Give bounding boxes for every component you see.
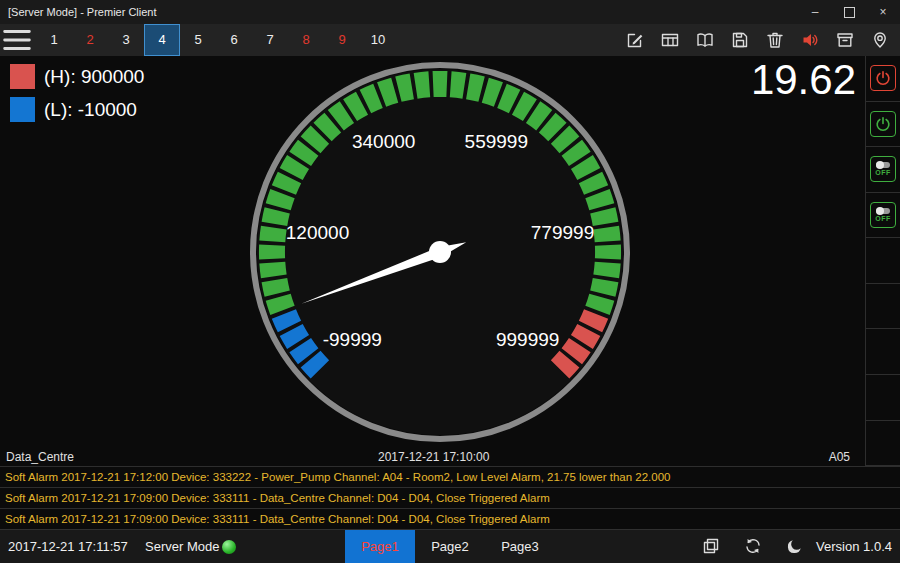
legend-high-row: (H): 900000	[10, 64, 144, 89]
mode-label: Server Mode	[145, 530, 219, 563]
location-icon[interactable]	[870, 30, 890, 50]
menu-button[interactable]	[0, 24, 34, 56]
toggle-switch-icon	[876, 162, 890, 168]
toolbar-tab-5[interactable]: 5	[180, 24, 216, 56]
toggle-button-1[interactable]: OFF	[870, 156, 896, 182]
current-time: 2017-12-21 17:11:57	[8, 530, 128, 563]
toolbar-icons	[625, 30, 900, 50]
gauge-hub	[429, 241, 451, 263]
gauge-scale-label: 120000	[286, 222, 349, 243]
gauge-panel: -99999120000340000559999779999999999 (H)…	[0, 56, 864, 466]
toolbar-tab-1[interactable]: 1	[36, 24, 72, 56]
sidebar-cell-8	[866, 375, 900, 421]
save-icon[interactable]	[730, 30, 750, 50]
sidebar-cell-7	[866, 329, 900, 375]
hamburger-icon	[0, 23, 34, 57]
status-bar: 2017-12-21 17:11:57 Server Mode Page1Pag…	[0, 529, 900, 563]
power-icon	[874, 69, 892, 87]
toggle-button-2[interactable]: OFF	[870, 202, 896, 228]
alarm-list: Soft Alarm 2017-12-21 17:12:00 Device: 3…	[0, 466, 900, 529]
toolbar-tab-4[interactable]: 4	[144, 24, 180, 56]
toolbar-tab-10[interactable]: 10	[360, 24, 396, 56]
low-limit-label: (L): -10000	[44, 99, 137, 121]
page-tab-page2[interactable]: Page2	[415, 530, 485, 563]
toolbar-tab-2[interactable]: 2	[72, 24, 108, 56]
page-tab-page3[interactable]: Page3	[485, 530, 555, 563]
statusbar-icons	[701, 536, 805, 556]
toolbar: 12345678910	[0, 24, 900, 56]
power-on-button[interactable]	[870, 111, 896, 137]
window-title: [Server Mode] - Premier Client	[0, 6, 798, 18]
archive-icon[interactable]	[835, 30, 855, 50]
power-off-button[interactable]	[870, 65, 896, 91]
speaker-icon[interactable]	[800, 30, 820, 50]
main-area: -99999120000340000559999779999999999 (H)…	[0, 56, 900, 466]
table-icon[interactable]	[660, 30, 680, 50]
legend-low-row: (L): -10000	[10, 97, 144, 122]
close-button[interactable]: ×	[866, 0, 900, 24]
alarm-row-2[interactable]: Soft Alarm 2017-12-21 17:09:00 Device: 3…	[0, 487, 900, 508]
version-label: Version 1.0.4	[816, 530, 892, 563]
page-tab-page1[interactable]: Page1	[345, 530, 415, 563]
connection-indicator	[222, 540, 236, 554]
maximize-button[interactable]	[832, 0, 866, 24]
gauge-scale-label: 779999	[531, 222, 594, 243]
toolbar-tab-6[interactable]: 6	[216, 24, 252, 56]
toggle-switch-icon	[876, 208, 890, 214]
sidebar-cell-2	[866, 102, 900, 148]
sidebar-cell-6	[866, 284, 900, 330]
edit-icon[interactable]	[625, 30, 645, 50]
alarm-row-3[interactable]: Soft Alarm 2017-12-21 17:09:00 Device: 3…	[0, 508, 900, 529]
layout-icon[interactable]	[701, 536, 721, 556]
alarm-row-1[interactable]: Soft Alarm 2017-12-21 17:12:00 Device: 3…	[0, 466, 900, 487]
toolbar-tabs: 12345678910	[36, 24, 396, 56]
gauge-scale-label: 999999	[496, 329, 559, 350]
sidebar-cell-4: OFF	[866, 193, 900, 239]
gauge-scale-label: -99999	[323, 329, 382, 350]
toolbar-tab-3[interactable]: 3	[108, 24, 144, 56]
reading-timestamp: 2017-12-21 17:10:00	[378, 450, 489, 464]
control-sidebar: OFFOFF	[865, 56, 900, 466]
gauge-scale-label: 559999	[465, 131, 528, 152]
toolbar-tab-8[interactable]: 8	[288, 24, 324, 56]
high-limit-swatch	[10, 64, 35, 89]
premier-client-window: [Server Mode] - Premier Client – × 12345…	[0, 0, 900, 563]
book-icon[interactable]	[695, 30, 715, 50]
sidebar-cell-9	[866, 421, 900, 467]
device-name: Data_Centre	[6, 450, 74, 464]
page-tabs: Page1Page2Page3	[345, 530, 555, 563]
low-limit-swatch	[10, 97, 35, 122]
power-icon	[874, 115, 892, 133]
minimize-button[interactable]: –	[798, 0, 832, 24]
maximize-icon	[844, 7, 855, 18]
high-limit-label: (H): 900000	[44, 66, 144, 88]
sidebar-cell-3: OFF	[866, 147, 900, 193]
current-value: 19.62	[751, 56, 856, 104]
gauge-footer: Data_Centre 2017-12-21 17:10:00 A05	[0, 448, 864, 466]
toolbar-tab-7[interactable]: 7	[252, 24, 288, 56]
moon-icon[interactable]	[785, 536, 805, 556]
trash-icon[interactable]	[765, 30, 785, 50]
channel-label: A05	[829, 450, 850, 464]
gauge-legend: (H): 900000 (L): -10000	[10, 64, 144, 130]
title-bar: [Server Mode] - Premier Client – ×	[0, 0, 900, 24]
sidebar-cell-5	[866, 238, 900, 284]
toolbar-tab-9[interactable]: 9	[324, 24, 360, 56]
sidebar-cell-1	[866, 56, 900, 102]
gauge-scale-label: 340000	[352, 131, 415, 152]
sync-icon[interactable]	[743, 536, 763, 556]
